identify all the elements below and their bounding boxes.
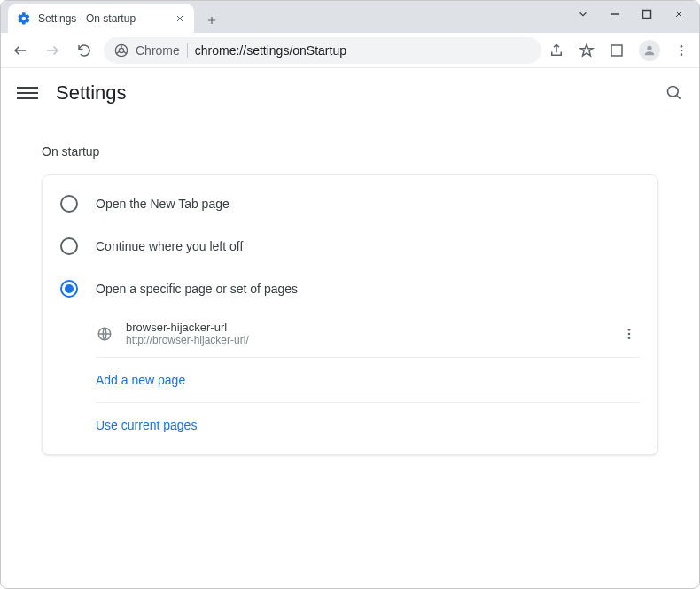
content-area: On startup Open the New Tab page Continu…	[1, 118, 699, 455]
globe-icon	[96, 326, 113, 342]
add-new-page-link[interactable]: Add a new page	[96, 373, 185, 387]
chrome-logo-icon	[114, 43, 128, 58]
page-title: Settings	[56, 81, 127, 105]
radio-open-new-tab[interactable]: Open the New Tab page	[43, 182, 657, 225]
extensions-icon[interactable]	[609, 43, 625, 58]
menu-icon[interactable]	[674, 43, 688, 58]
radio-label: Continue where you left off	[96, 239, 243, 253]
browser-tab[interactable]: Settings - On startup	[8, 4, 194, 33]
more-options-button[interactable]	[618, 323, 640, 345]
tab-strip: Settings - On startup	[1, 1, 563, 33]
hamburger-menu-button[interactable]	[17, 82, 38, 104]
svg-point-4	[647, 45, 651, 50]
toolbar-right-icons	[548, 40, 692, 61]
svg-point-11	[628, 332, 631, 335]
star-icon[interactable]	[579, 43, 595, 58]
settings-card: Open the New Tab page Continue where you…	[42, 174, 658, 455]
close-window-button[interactable]	[671, 6, 687, 22]
profile-avatar[interactable]	[639, 40, 660, 61]
svg-point-6	[681, 49, 683, 51]
startup-pages-list: browser-hijacker-url http://browser-hija…	[43, 310, 657, 447]
svg-rect-3	[611, 45, 622, 56]
search-button[interactable]	[665, 84, 683, 102]
svg-rect-0	[643, 11, 651, 19]
use-current-pages-link[interactable]: Use current pages	[96, 418, 197, 432]
settings-header: Settings	[1, 68, 699, 118]
browser-window: Settings - On startup	[0, 0, 700, 589]
svg-point-12	[628, 337, 631, 339]
radio-icon	[60, 195, 78, 213]
radio-specific-pages[interactable]: Open a specific page or set of pages	[43, 267, 657, 310]
svg-point-2	[119, 48, 123, 52]
omnibox-divider	[187, 43, 188, 58]
omnibox-url: chrome://settings/onStartup	[195, 43, 346, 58]
omnibox[interactable]: Chrome chrome://settings/onStartup	[104, 37, 541, 64]
toolbar: Chrome chrome://settings/onStartup	[1, 33, 699, 68]
startup-page-url: http://browser-hijacker-url/	[126, 334, 606, 346]
reload-button[interactable]	[72, 38, 97, 63]
window-controls	[563, 1, 699, 33]
tab-title: Settings - On startup	[38, 12, 167, 25]
use-current-pages-row[interactable]: Use current pages	[96, 403, 640, 447]
section-title: On startup	[42, 144, 658, 159]
svg-point-7	[681, 53, 683, 56]
chevron-down-icon[interactable]	[575, 6, 591, 22]
gear-icon	[17, 12, 31, 26]
radio-continue[interactable]: Continue where you left off	[43, 225, 657, 267]
startup-page-item: browser-hijacker-url http://browser-hija…	[96, 310, 640, 358]
svg-point-5	[681, 45, 683, 48]
radio-label: Open a specific page or set of pages	[96, 282, 298, 296]
title-bar: Settings - On startup	[1, 1, 699, 33]
back-button[interactable]	[8, 38, 33, 63]
startup-page-title: browser-hijacker-url	[126, 321, 606, 334]
share-icon[interactable]	[548, 43, 564, 58]
add-new-page-row[interactable]: Add a new page	[96, 358, 640, 403]
svg-point-10	[628, 329, 631, 331]
new-tab-button[interactable]	[199, 8, 224, 33]
close-tab-icon[interactable]	[175, 13, 185, 24]
startup-page-texts: browser-hijacker-url http://browser-hija…	[126, 321, 606, 346]
minimize-button[interactable]	[607, 6, 623, 22]
radio-icon	[60, 237, 78, 255]
maximize-button[interactable]	[639, 6, 655, 22]
svg-point-8	[668, 87, 679, 97]
radio-icon	[60, 280, 78, 298]
forward-button[interactable]	[40, 38, 65, 63]
omnibox-scheme-label: Chrome	[136, 43, 180, 58]
radio-label: Open the New Tab page	[96, 197, 229, 211]
